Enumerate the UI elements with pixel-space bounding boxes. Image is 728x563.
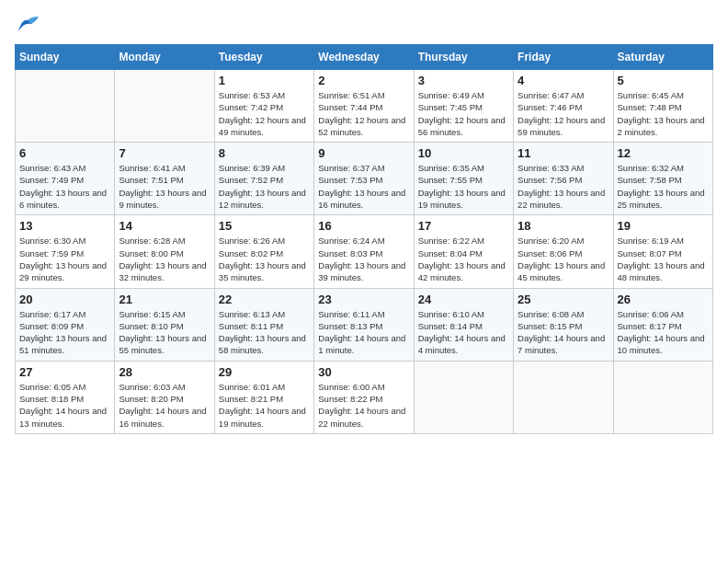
- calendar-cell: 24Sunrise: 6:10 AMSunset: 8:14 PMDayligh…: [414, 288, 513, 361]
- calendar-cell: 20Sunrise: 6:17 AMSunset: 8:09 PMDayligh…: [16, 288, 115, 361]
- weekday-header-wednesday: Wednesday: [314, 45, 414, 70]
- day-number: 8: [219, 146, 310, 160]
- calendar-cell: 9Sunrise: 6:37 AMSunset: 7:53 PMDaylight…: [314, 143, 414, 215]
- calendar-week-row: 20Sunrise: 6:17 AMSunset: 8:09 PMDayligh…: [16, 288, 713, 361]
- day-number: 7: [119, 146, 210, 160]
- day-info: Sunrise: 6:32 AMSunset: 7:58 PMDaylight:…: [618, 162, 709, 211]
- day-info: Sunrise: 6:22 AMSunset: 8:04 PMDaylight:…: [418, 235, 509, 283]
- calendar-cell: 11Sunrise: 6:33 AMSunset: 7:56 PMDayligh…: [514, 143, 613, 215]
- day-number: 14: [119, 219, 210, 233]
- weekday-header-sunday: Sunday: [16, 45, 115, 70]
- day-info: Sunrise: 6:30 AMSunset: 7:59 PMDaylight:…: [19, 235, 110, 283]
- day-info: Sunrise: 6:20 AMSunset: 8:06 PMDaylight:…: [518, 235, 609, 283]
- calendar-cell: 30Sunrise: 6:00 AMSunset: 8:22 PMDayligh…: [314, 361, 414, 433]
- day-number: 11: [518, 146, 609, 160]
- day-number: 4: [518, 74, 609, 87]
- day-number: 9: [318, 146, 409, 160]
- day-number: 20: [19, 293, 110, 306]
- calendar-cell: 27Sunrise: 6:05 AMSunset: 8:18 PMDayligh…: [16, 361, 115, 433]
- calendar-cell: 19Sunrise: 6:19 AMSunset: 8:07 PMDayligh…: [613, 215, 712, 288]
- day-number: 16: [318, 219, 409, 233]
- day-number: 17: [418, 219, 509, 233]
- calendar-week-row: 13Sunrise: 6:30 AMSunset: 7:59 PMDayligh…: [16, 215, 713, 288]
- day-info: Sunrise: 6:45 AMSunset: 7:48 PMDaylight:…: [618, 89, 709, 138]
- calendar-table: SundayMondayTuesdayWednesdayThursdayFrid…: [15, 44, 713, 434]
- calendar-cell: 14Sunrise: 6:28 AMSunset: 8:00 PMDayligh…: [115, 215, 214, 288]
- calendar-week-row: 6Sunrise: 6:43 AMSunset: 7:49 PMDaylight…: [16, 143, 713, 215]
- calendar-cell: 5Sunrise: 6:45 AMSunset: 7:48 PMDaylight…: [613, 70, 712, 143]
- day-info: Sunrise: 6:26 AMSunset: 8:02 PMDaylight:…: [219, 235, 310, 283]
- calendar-cell: [16, 70, 115, 143]
- day-number: 15: [219, 219, 310, 233]
- day-info: Sunrise: 6:17 AMSunset: 8:09 PMDaylight:…: [19, 308, 110, 357]
- calendar-cell: [115, 70, 214, 143]
- calendar-cell: [613, 361, 712, 433]
- day-info: Sunrise: 6:24 AMSunset: 8:03 PMDaylight:…: [318, 235, 409, 283]
- weekday-header-monday: Monday: [115, 45, 214, 70]
- day-info: Sunrise: 6:13 AMSunset: 8:11 PMDaylight:…: [219, 308, 310, 357]
- calendar-cell: 8Sunrise: 6:39 AMSunset: 7:52 PMDaylight…: [214, 143, 313, 215]
- page-header: [15, 15, 713, 35]
- calendar-cell: 17Sunrise: 6:22 AMSunset: 8:04 PMDayligh…: [414, 215, 513, 288]
- day-info: Sunrise: 6:53 AMSunset: 7:42 PMDaylight:…: [219, 89, 310, 138]
- calendar-cell: 6Sunrise: 6:43 AMSunset: 7:49 PMDaylight…: [16, 143, 115, 215]
- day-info: Sunrise: 6:10 AMSunset: 8:14 PMDaylight:…: [418, 308, 509, 357]
- logo: [15, 15, 44, 35]
- day-number: 25: [518, 293, 609, 306]
- day-info: Sunrise: 6:08 AMSunset: 8:15 PMDaylight:…: [518, 308, 609, 357]
- day-info: Sunrise: 6:41 AMSunset: 7:51 PMDaylight:…: [119, 162, 210, 211]
- day-number: 24: [418, 293, 509, 306]
- day-number: 13: [19, 219, 110, 233]
- calendar-cell: 26Sunrise: 6:06 AMSunset: 8:17 PMDayligh…: [613, 288, 712, 361]
- calendar-cell: 25Sunrise: 6:08 AMSunset: 8:15 PMDayligh…: [514, 288, 613, 361]
- calendar-cell: 22Sunrise: 6:13 AMSunset: 8:11 PMDayligh…: [214, 288, 313, 361]
- calendar-cell: 15Sunrise: 6:26 AMSunset: 8:02 PMDayligh…: [214, 215, 313, 288]
- calendar-cell: 29Sunrise: 6:01 AMSunset: 8:21 PMDayligh…: [214, 361, 313, 433]
- day-info: Sunrise: 6:03 AMSunset: 8:20 PMDaylight:…: [119, 381, 210, 430]
- day-info: Sunrise: 6:00 AMSunset: 8:22 PMDaylight:…: [318, 381, 409, 430]
- weekday-header-tuesday: Tuesday: [214, 45, 313, 70]
- calendar-week-row: 27Sunrise: 6:05 AMSunset: 8:18 PMDayligh…: [16, 361, 713, 433]
- day-number: 10: [418, 146, 509, 160]
- day-info: Sunrise: 6:33 AMSunset: 7:56 PMDaylight:…: [518, 162, 609, 211]
- day-number: 30: [318, 365, 409, 379]
- day-info: Sunrise: 6:49 AMSunset: 7:45 PMDaylight:…: [418, 89, 509, 138]
- day-info: Sunrise: 6:01 AMSunset: 8:21 PMDaylight:…: [219, 381, 310, 430]
- day-info: Sunrise: 6:19 AMSunset: 8:07 PMDaylight:…: [618, 235, 709, 283]
- calendar-cell: 7Sunrise: 6:41 AMSunset: 7:51 PMDaylight…: [115, 143, 214, 215]
- day-info: Sunrise: 6:39 AMSunset: 7:52 PMDaylight:…: [219, 162, 310, 211]
- day-number: 12: [618, 146, 709, 160]
- calendar-cell: 3Sunrise: 6:49 AMSunset: 7:45 PMDaylight…: [414, 70, 513, 143]
- day-info: Sunrise: 6:06 AMSunset: 8:17 PMDaylight:…: [618, 308, 709, 357]
- day-number: 22: [219, 293, 310, 306]
- day-info: Sunrise: 6:05 AMSunset: 8:18 PMDaylight:…: [19, 381, 110, 430]
- day-number: 18: [518, 219, 609, 233]
- logo-bird-icon: [15, 15, 40, 35]
- day-info: Sunrise: 6:51 AMSunset: 7:44 PMDaylight:…: [318, 89, 409, 138]
- day-info: Sunrise: 6:28 AMSunset: 8:00 PMDaylight:…: [119, 235, 210, 283]
- day-number: 21: [119, 293, 210, 306]
- day-info: Sunrise: 6:11 AMSunset: 8:13 PMDaylight:…: [318, 308, 409, 357]
- day-info: Sunrise: 6:35 AMSunset: 7:55 PMDaylight:…: [418, 162, 509, 211]
- calendar-cell: 28Sunrise: 6:03 AMSunset: 8:20 PMDayligh…: [115, 361, 214, 433]
- calendar-cell: 13Sunrise: 6:30 AMSunset: 7:59 PMDayligh…: [16, 215, 115, 288]
- calendar-cell: 21Sunrise: 6:15 AMSunset: 8:10 PMDayligh…: [115, 288, 214, 361]
- day-number: 27: [19, 365, 110, 379]
- calendar-cell: 18Sunrise: 6:20 AMSunset: 8:06 PMDayligh…: [514, 215, 613, 288]
- calendar-cell: 1Sunrise: 6:53 AMSunset: 7:42 PMDaylight…: [214, 70, 313, 143]
- day-number: 2: [318, 74, 409, 87]
- day-info: Sunrise: 6:37 AMSunset: 7:53 PMDaylight:…: [318, 162, 409, 211]
- calendar-cell: 12Sunrise: 6:32 AMSunset: 7:58 PMDayligh…: [613, 143, 712, 215]
- calendar-cell: [514, 361, 613, 433]
- calendar-cell: 2Sunrise: 6:51 AMSunset: 7:44 PMDaylight…: [314, 70, 414, 143]
- day-info: Sunrise: 6:43 AMSunset: 7:49 PMDaylight:…: [19, 162, 110, 211]
- weekday-header-friday: Friday: [514, 45, 613, 70]
- day-number: 3: [418, 74, 509, 87]
- weekday-header-saturday: Saturday: [613, 45, 712, 70]
- day-number: 6: [19, 146, 110, 160]
- calendar-cell: [414, 361, 513, 433]
- day-number: 5: [618, 74, 709, 87]
- day-number: 28: [119, 365, 210, 379]
- calendar-cell: 23Sunrise: 6:11 AMSunset: 8:13 PMDayligh…: [314, 288, 414, 361]
- day-number: 1: [219, 74, 310, 87]
